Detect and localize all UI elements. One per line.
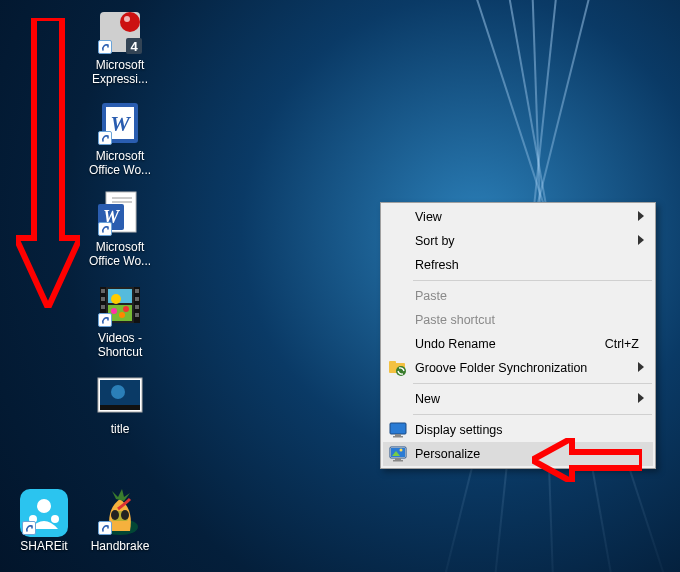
shareit-icon	[20, 489, 68, 537]
shortcut-overlay-icon	[98, 131, 112, 145]
context-menu-item-groove-folder-synchronization[interactable]: Groove Folder Synchronization	[383, 356, 653, 380]
context-menu-item-label: Display settings	[415, 423, 503, 437]
context-menu-item-undo-rename[interactable]: Undo RenameCtrl+Z	[383, 332, 653, 356]
desktop-icon-handbrake[interactable]: Handbrake	[82, 489, 158, 553]
context-menu-item-personalize[interactable]: Personalize	[383, 442, 653, 466]
ms-word-1-icon	[96, 99, 144, 147]
handbrake-icon	[96, 489, 144, 537]
context-menu-item-label: Groove Folder Synchronization	[415, 361, 587, 375]
desktop-icon-label: Handbrake	[82, 539, 158, 553]
chevron-right-icon	[637, 234, 645, 248]
context-menu-item-paste-shortcut: Paste shortcut	[383, 308, 653, 332]
desktop-icon-label: Microsoft Expressi...	[82, 58, 158, 86]
context-menu-item-label: New	[415, 392, 440, 406]
desktop-icon-ms-word-1[interactable]: Microsoft Office Wo...	[82, 99, 158, 177]
context-menu-item-label: Sort by	[415, 234, 455, 248]
context-menu-item-label: Personalize	[415, 447, 480, 461]
desktop[interactable]: Microsoft Expressi...Microsoft Office Wo…	[0, 0, 680, 572]
desktop-icon-videos-shortcut[interactable]: Videos - Shortcut	[82, 281, 158, 359]
context-menu-item-display-settings[interactable]: Display settings	[383, 418, 653, 442]
context-menu-separator	[413, 280, 652, 281]
desktop-icon-label: SHAREit	[6, 539, 82, 553]
desktop-icon-label: title	[82, 422, 158, 436]
shortcut-overlay-icon	[98, 521, 112, 535]
shortcut-overlay-icon	[22, 521, 36, 535]
desktop-icon-ms-expression[interactable]: Microsoft Expressi...	[82, 8, 158, 86]
desktop-context-menu: ViewSort byRefreshPastePaste shortcutUnd…	[380, 202, 656, 469]
context-menu-item-paste: Paste	[383, 284, 653, 308]
context-menu-item-new[interactable]: New	[383, 387, 653, 411]
ms-word-2-icon	[96, 190, 144, 238]
context-menu-item-refresh[interactable]: Refresh	[383, 253, 653, 277]
videos-shortcut-icon	[96, 281, 144, 329]
context-menu-item-view[interactable]: View	[383, 205, 653, 229]
personalize-icon	[389, 445, 407, 463]
context-menu-separator	[413, 414, 652, 415]
context-menu-item-label: Paste shortcut	[415, 313, 495, 327]
context-menu-item-label: View	[415, 210, 442, 224]
groove-icon	[389, 359, 407, 377]
context-menu-item-label: Paste	[415, 289, 447, 303]
shortcut-overlay-icon	[98, 313, 112, 327]
chevron-right-icon	[637, 210, 645, 224]
shortcut-overlay-icon	[98, 40, 112, 54]
shortcut-overlay-icon	[98, 222, 112, 236]
chevron-right-icon	[637, 361, 645, 375]
ms-expression-icon	[96, 8, 144, 56]
annotation-down-arrow-icon	[16, 18, 80, 312]
display-icon	[389, 421, 407, 439]
desktop-icon-ms-word-2[interactable]: Microsoft Office Wo...	[82, 190, 158, 268]
desktop-icon-shareit[interactable]: SHAREit	[6, 489, 82, 553]
context-menu-item-sort-by[interactable]: Sort by	[383, 229, 653, 253]
desktop-icon-label: Videos - Shortcut	[82, 331, 158, 359]
context-menu-item-label: Refresh	[415, 258, 459, 272]
desktop-icon-title[interactable]: title	[82, 372, 158, 436]
chevron-right-icon	[637, 392, 645, 406]
context-menu-separator	[413, 383, 652, 384]
desktop-icon-label: Microsoft Office Wo...	[82, 240, 158, 268]
desktop-icon-label: Microsoft Office Wo...	[82, 149, 158, 177]
title-icon	[96, 372, 144, 420]
context-menu-shortcut: Ctrl+Z	[605, 337, 639, 351]
context-menu-item-label: Undo Rename	[415, 337, 496, 351]
